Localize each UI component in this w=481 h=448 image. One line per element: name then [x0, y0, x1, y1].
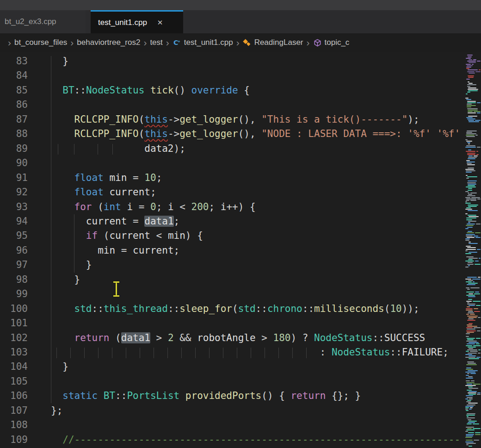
- minimap-line: [467, 92, 470, 93]
- line-number[interactable]: 95: [0, 229, 28, 243]
- minimap-line: [473, 59, 476, 60]
- line-number[interactable]: 106: [0, 389, 28, 403]
- code-line[interactable]: 97 }: [0, 258, 465, 273]
- close-icon[interactable]: ✕: [157, 19, 163, 27]
- line-number[interactable]: 88: [0, 127, 28, 141]
- line-number[interactable]: 93: [0, 200, 28, 214]
- code-editor[interactable]: 83 }8485 BT::NodeStatus tick() override …: [0, 52, 481, 448]
- breadcrumb-item-bt-course-files[interactable]: bt_course_files: [14, 38, 67, 47]
- code-line[interactable]: 107};: [0, 404, 465, 418]
- minimap-line: [466, 236, 473, 236]
- breadcrumb-label: behaviortree_ros2: [77, 38, 140, 47]
- minimap-line: [471, 197, 480, 198]
- breadcrumb-item-readinglaser[interactable]: ReadingLaser: [243, 38, 303, 47]
- tab-label: test_unit1.cpp: [98, 18, 147, 27]
- minimap-line: [467, 105, 476, 106]
- minimap-line: [470, 193, 477, 193]
- code-line[interactable]: 101: [0, 316, 465, 331]
- code-line[interactable]: 102 return (data1 > 2 && robotAngle > 18…: [0, 331, 465, 346]
- breadcrumb-item-topic-c[interactable]: topic_c: [313, 38, 350, 47]
- line-number[interactable]: 98: [0, 273, 28, 287]
- code-line[interactable]: 88 RCLCPP_INFO(this->get_logger(), "NODE…: [0, 127, 465, 142]
- code-line[interactable]: 89 data2);: [0, 142, 465, 156]
- minimap-line: [467, 349, 477, 350]
- code-line[interactable]: 98 }: [0, 273, 465, 287]
- code-line[interactable]: 92 float current;: [0, 185, 465, 200]
- code-line[interactable]: 106 static BT::PortsList providedPorts()…: [0, 389, 465, 404]
- code-line[interactable]: 103 : NodeStatus::FAILURE;: [0, 345, 465, 360]
- code-line[interactable]: 96 min = current;: [0, 243, 465, 258]
- tab-bt-u2-ex3[interactable]: bt_u2_ex3.cpp: [0, 10, 86, 33]
- minimap-line: [467, 316, 478, 317]
- code-line[interactable]: 104 }: [0, 360, 465, 374]
- line-number[interactable]: 99: [0, 287, 28, 301]
- code-line[interactable]: 84: [0, 68, 465, 83]
- code-text: }: [51, 258, 92, 272]
- minimap-line: [479, 258, 481, 259]
- line-number[interactable]: 102: [0, 331, 28, 345]
- code-line[interactable]: 91 float min = 10;: [0, 171, 465, 186]
- code-line[interactable]: 95 if (current < min) {: [0, 229, 465, 243]
- minimap-line: [469, 348, 473, 349]
- minimap-line: [467, 101, 476, 102]
- code-line[interactable]: 86: [0, 98, 465, 112]
- tab-test-unit1[interactable]: test_unit1.cpp ✕: [91, 10, 183, 33]
- minimap-line: [466, 249, 476, 250]
- line-number[interactable]: 97: [0, 258, 28, 272]
- code-line[interactable]: 94 current = data1;: [0, 214, 465, 229]
- code-line[interactable]: 83 }: [0, 54, 465, 69]
- minimap-line: [465, 139, 468, 140]
- line-number[interactable]: 85: [0, 83, 28, 98]
- line-number[interactable]: 109: [0, 433, 28, 447]
- minimap-line: [466, 256, 474, 257]
- line-number[interactable]: 94: [0, 214, 28, 229]
- line-number[interactable]: 84: [0, 68, 28, 83]
- line-number[interactable]: 101: [0, 316, 28, 330]
- editor-tab-bar: bt_u2_ex3.cpp test_unit1.cpp ✕: [0, 10, 481, 33]
- minimap-line: [466, 292, 474, 292]
- code-line[interactable]: 109 //----------------------------------…: [0, 433, 465, 448]
- code-text: float current;: [51, 185, 156, 199]
- minimap-line: [466, 327, 473, 328]
- line-number[interactable]: 92: [0, 185, 28, 199]
- line-number[interactable]: 90: [0, 156, 28, 170]
- minimap-line: [474, 156, 478, 156]
- minimap-line: [467, 195, 475, 196]
- code-line[interactable]: 100 std::this_thread::sleep_for(std::chr…: [0, 302, 465, 317]
- line-number[interactable]: 100: [0, 302, 28, 316]
- code-line[interactable]: 108: [0, 418, 465, 433]
- svg-text:+: +: [178, 39, 180, 44]
- line-number[interactable]: 86: [0, 98, 28, 112]
- line-number[interactable]: 108: [0, 418, 28, 432]
- minimap[interactable]: [465, 52, 481, 448]
- line-number[interactable]: 89: [0, 142, 28, 156]
- line-number[interactable]: 83: [0, 54, 28, 68]
- minimap-line: [468, 110, 478, 111]
- minimap-line: [468, 120, 474, 121]
- minimap-line: [478, 277, 481, 278]
- line-number[interactable]: 91: [0, 171, 28, 185]
- minimap-line: [466, 444, 469, 445]
- minimap-line: [468, 143, 470, 144]
- code-line[interactable]: 99: [0, 287, 465, 302]
- code-line[interactable]: 105: [0, 374, 465, 389]
- minimap-line: [466, 295, 475, 296]
- code-line[interactable]: 90: [0, 156, 465, 171]
- line-number[interactable]: 87: [0, 112, 28, 127]
- minimap-line: [465, 169, 474, 170]
- line-number[interactable]: 105: [0, 374, 28, 389]
- breadcrumb-item-test[interactable]: test: [150, 38, 162, 47]
- code-line[interactable]: 93 for (int i = 0; i < 200; i++) {: [0, 200, 465, 215]
- minimap-line: [468, 157, 477, 158]
- chevron-right-icon: ›: [8, 37, 11, 47]
- minimap-line: [475, 237, 481, 238]
- breadcrumb-item-test-unit1-cpp[interactable]: C+test_unit1.cpp: [173, 38, 233, 47]
- code-text: min = current;: [51, 243, 179, 258]
- code-line[interactable]: 87 RCLCPP_INFO(this->get_logger(), "This…: [0, 112, 465, 127]
- breadcrumb-item-behaviortree-ros2[interactable]: behaviortree_ros2: [77, 38, 140, 47]
- line-number[interactable]: 96: [0, 243, 28, 258]
- line-number[interactable]: 104: [0, 360, 28, 374]
- code-line[interactable]: 85 BT::NodeStatus tick() override {: [0, 83, 465, 98]
- line-number[interactable]: 103: [0, 345, 28, 360]
- line-number[interactable]: 107: [0, 404, 28, 418]
